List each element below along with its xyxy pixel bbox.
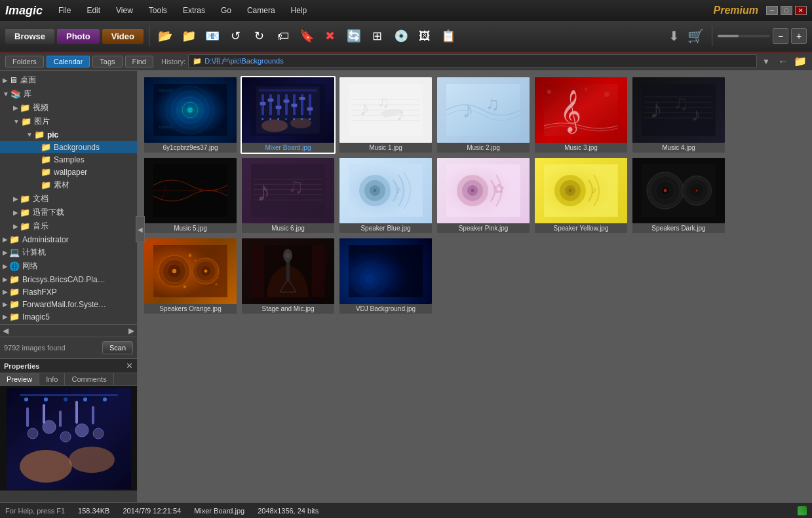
tree-arrow[interactable]: ▶ [3, 249, 8, 256]
tree-item-desktop[interactable]: ▶ 🖥 桌面 [0, 73, 137, 87]
folders-tab[interactable]: Folders [5, 56, 44, 67]
disc-icon[interactable]: 💿 [391, 26, 412, 46]
thumbnail-label: 6y1cpbrz9es37.jpg [144, 143, 237, 153]
thumbnail-item[interactable]: Speakers Dark.jpg [631, 157, 726, 234]
history-dropdown-icon[interactable]: ▼ [762, 57, 770, 66]
tree-arrow[interactable]: ▶ [3, 236, 8, 243]
email-icon[interactable]: 📧 [202, 26, 223, 46]
nav-folder-icon[interactable]: 📁 [794, 55, 807, 67]
calendar-tab[interactable]: Calendar [47, 56, 90, 67]
delete-icon[interactable]: ✖ [320, 26, 341, 46]
tree-item-music[interactable]: ▶ 📁 音乐 [0, 219, 137, 233]
cart-icon[interactable]: 🛒 [687, 28, 704, 44]
refresh-icon[interactable]: 🔄 [343, 26, 364, 46]
tree-item-administrator[interactable]: ▶ 📁 Administrator [0, 233, 137, 246]
window-controls: ─ □ ✕ [766, 6, 807, 15]
preview-tab[interactable]: Preview [0, 373, 39, 385]
grid-icon[interactable]: ⊞ [367, 26, 388, 46]
video-tab[interactable]: Video [102, 29, 144, 44]
photo-tab[interactable]: Photo [57, 29, 100, 44]
menu-edit[interactable]: Edit [84, 5, 103, 16]
list-icon[interactable]: 📋 [438, 26, 459, 46]
thumbnail-item[interactable]: ♪ ♫ ♪ Music 4.jpg [631, 76, 726, 154]
redo-icon[interactable]: ↻ [249, 26, 270, 46]
tree-arrow[interactable]: ▶ [3, 301, 8, 308]
history-path[interactable]: 📁 D:\用户\pic\Backgrounds [188, 54, 757, 68]
zoom-in-button[interactable]: + [791, 28, 807, 44]
tree-item-forwardmail[interactable]: ▶ 📁 ForwardMail.for.System.. [0, 298, 137, 310]
svg-point-17 [83, 398, 87, 401]
menu-file[interactable]: File [56, 5, 73, 16]
folder-icon[interactable]: 📁 [178, 26, 199, 46]
tree-arrow[interactable]: ▼ [13, 118, 20, 125]
tree-arrow[interactable]: ▶ [13, 104, 18, 111]
comments-tab[interactable]: Comments [65, 373, 113, 385]
properties-close-button[interactable]: ✕ [126, 361, 133, 371]
thumbnail-item[interactable]: Speakers Orange.jpg [143, 237, 238, 315]
thumbnail-item[interactable]: ♪ ♫ Music 6.jpg [241, 157, 336, 234]
tree-item-video[interactable]: ▶ 📁 视频 [0, 101, 137, 115]
thumbnail-item[interactable]: Stage and Mic.jpg [241, 237, 336, 315]
open-folder-icon[interactable]: 📂 [155, 26, 176, 46]
nav-back-icon[interactable]: ← [778, 56, 788, 67]
sidebar-collapse-button[interactable]: ◀ [136, 216, 145, 242]
menu-go[interactable]: Go [218, 5, 234, 16]
image-icon[interactable]: 🖼 [414, 26, 435, 46]
tree-arrow[interactable]: ▶ [13, 223, 18, 230]
tree-item-wallpaper[interactable]: 📁 wallpaper [0, 166, 137, 178]
tree-item-bricsys[interactable]: ▶ 📁 Bricsys.BricsCAD.Platinur [0, 273, 137, 286]
info-tab[interactable]: Info [39, 373, 65, 385]
tree-item-documents[interactable]: ▶ 📁 文档 [0, 192, 137, 206]
tree-item-imagic5[interactable]: ▶ 📁 Imagic5 [0, 310, 137, 323]
tree-arrow[interactable]: ▶ [3, 77, 8, 84]
tree-item-computer[interactable]: ▶ 💻 计算机 [0, 246, 137, 259]
thumbnail-item[interactable]: ♪ ♫ Music 2.jpg [436, 76, 531, 154]
tree-item-flashfxp[interactable]: ▶ 📁 FlashFXP [0, 286, 137, 298]
close-button[interactable]: ✕ [795, 6, 807, 15]
tree-item-thunder[interactable]: ▶ 📁 迅雷下载 [0, 206, 137, 219]
thumbnail-item[interactable]: ♪ ♫ ♪ Music 1.jpg [338, 76, 433, 154]
bookmark-icon[interactable]: 🔖 [296, 26, 317, 46]
zoom-out-button[interactable]: − [773, 28, 788, 44]
thumbnail-item[interactable]: ♪ Speaker Yellow.jpg [533, 157, 628, 234]
thumbnail-item[interactable]: ✿ Speaker Pink.jpg [436, 157, 531, 234]
thumbnail-item[interactable]: Mixer Board.jpg [241, 76, 336, 154]
menu-camera[interactable]: Camera [244, 5, 278, 16]
cart-download-icon[interactable]: ⬇ [668, 28, 680, 44]
tree-item-network[interactable]: ▶ 🌐 网络 [0, 259, 137, 273]
undo-icon[interactable]: ↺ [225, 26, 246, 46]
tree-item-pictures[interactable]: ▼ 📁 图片 [0, 115, 137, 128]
thumbnail-item[interactable]: ♪ ♫ Music 5.jpg [143, 157, 238, 234]
tree-item-pic[interactable]: ▼ 📁 pic [0, 128, 137, 141]
tags-tab[interactable]: Tags [92, 56, 122, 67]
browse-tab[interactable]: Browse [5, 29, 54, 44]
tree-arrow[interactable]: ▶ [3, 288, 8, 295]
tree-arrow[interactable]: ▶ [3, 313, 8, 320]
scan-button[interactable]: Scan [102, 341, 133, 354]
maximize-button[interactable]: □ [781, 6, 792, 15]
thumbnail-item[interactable]: VDJ Background.jpg [338, 237, 433, 315]
tree-arrow[interactable]: ▶ [13, 195, 18, 202]
tree-arrow[interactable]: ▼ [26, 131, 33, 138]
menu-tools[interactable]: Tools [146, 5, 170, 16]
scroll-right-button[interactable]: ▶ [128, 326, 134, 335]
menu-help[interactable]: Help [288, 5, 310, 16]
scroll-left-button[interactable]: ◀ [3, 326, 9, 335]
tree-arrow[interactable]: ▶ [3, 276, 8, 283]
zoom-slider[interactable] [718, 35, 770, 37]
tree-item-backgrounds[interactable]: 📁 Backgrounds [0, 141, 137, 153]
thumbnail-item[interactable]: 01011010 11001010 6y1cpbrz9es37.jpg [143, 76, 238, 154]
tag-icon[interactable]: 🏷 [273, 26, 294, 46]
tree-arrow[interactable]: ▼ [3, 90, 9, 98]
tree-arrow[interactable]: ▶ [3, 263, 8, 270]
thumbnail-item[interactable]: 𝄞 Music 3.jpg [533, 76, 628, 154]
tree-item-samples[interactable]: 📁 Samples [0, 153, 137, 166]
tree-item-素材[interactable]: 📁 素材 [0, 178, 137, 192]
menu-view[interactable]: View [113, 5, 136, 16]
thumbnail-item[interactable]: ♪ Speaker Blue.jpg [338, 157, 433, 234]
minimize-button[interactable]: ─ [766, 6, 778, 15]
tree-arrow[interactable]: ▶ [13, 209, 18, 216]
tree-item-library[interactable]: ▼ 📚 库 [0, 87, 137, 101]
menu-extras[interactable]: Extras [180, 5, 208, 16]
find-tab[interactable]: Find [125, 56, 153, 67]
